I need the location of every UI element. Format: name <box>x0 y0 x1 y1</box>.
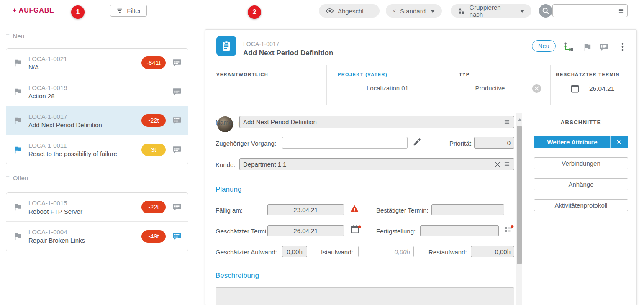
detail-header: LOCA-1-0017 Add Next Period Definition N… <box>205 30 636 65</box>
search-button[interactable] <box>539 4 552 18</box>
description-textarea[interactable] <box>216 287 514 305</box>
section-button-weitere-attribute[interactable]: Weitere Attribute <box>534 136 628 148</box>
due-on-label: Fällig am: <box>216 207 243 214</box>
flag-icon-flagged[interactable] <box>13 145 22 154</box>
estimated-date-label: Geschätzter Termin: <box>216 228 267 235</box>
workflow-icon[interactable] <box>563 41 575 53</box>
flag-icon[interactable] <box>13 202 22 212</box>
task-id: LOCA-1-0004 <box>28 228 85 236</box>
section-button-verbindungen[interactable]: Verbindungen <box>534 157 628 169</box>
section-divider <box>216 197 514 197</box>
section-button-aktivitaetenprotokoll[interactable]: Aktivitätenprotokoll <box>534 199 628 211</box>
task-row-loca-1-0019[interactable]: LOCA-1-0019 Action 28 <box>6 77 188 106</box>
scrollbar-thumb[interactable] <box>517 126 522 264</box>
search-input[interactable] <box>552 4 628 17</box>
kebab-menu-icon[interactable] <box>618 41 628 52</box>
menu-icon[interactable] <box>503 161 511 168</box>
name-label: Name: <box>216 119 234 126</box>
section-button-anhaenge[interactable]: Anhänge <box>534 178 628 190</box>
add-task-button[interactable]: + AUFGABE <box>13 7 54 14</box>
clear-icon[interactable] <box>494 161 501 168</box>
completed-toggle[interactable]: Abgeschl. <box>319 4 380 18</box>
group-label: Neu <box>13 33 25 40</box>
task-id: LOCA-1-0017 <box>28 113 102 120</box>
detail-task-id: LOCA-1-0017 <box>243 41 279 47</box>
calendar-alert-icon[interactable] <box>350 224 362 234</box>
completion-input[interactable] <box>420 225 499 236</box>
priority-input[interactable] <box>474 137 514 149</box>
related-process-input[interactable] <box>282 137 408 149</box>
estimated-date-input[interactable] <box>267 225 344 236</box>
type-value[interactable]: Productive <box>448 85 532 92</box>
calendar-icon[interactable] <box>570 84 580 94</box>
project-label: PROJEKT (VATER) <box>338 72 387 77</box>
sort-dropdown[interactable]: Standard <box>386 4 442 18</box>
task-detail-panel: LOCA-1-0017 Add Next Period Definition N… <box>205 29 637 305</box>
pencil-icon[interactable] <box>413 137 422 146</box>
comment-icon[interactable] <box>172 145 182 154</box>
group-by-icon <box>457 7 466 15</box>
clear-type-icon[interactable] <box>532 84 541 93</box>
estimated-date-label: GESCHÄTZTER TERMIN <box>556 72 620 77</box>
group-header-offen: − Offen <box>6 174 178 182</box>
filter-icon <box>116 7 123 15</box>
comment-icon[interactable] <box>172 87 182 96</box>
comment-icon[interactable] <box>599 42 609 52</box>
close-icon[interactable] <box>610 136 628 148</box>
attr-cell-responsible: VERANTWORTLICH <box>205 65 327 105</box>
menu-icon[interactable] <box>618 7 625 14</box>
task-row-loca-1-0017-selected[interactable]: LOCA-1-0017 Add Next Period Definition -… <box>6 106 188 135</box>
task-row-loca-1-0004[interactable]: LOCA-1-0004 Repair Broken Links -49t <box>6 222 188 251</box>
menu-icon[interactable] <box>503 118 511 126</box>
close-x-icon <box>616 139 622 145</box>
remaining-effort-input[interactable] <box>471 246 514 257</box>
flag-icon[interactable] <box>13 232 22 241</box>
completed-toggle-label: Abgeschl. <box>338 8 365 15</box>
flag-icon[interactable] <box>13 58 22 67</box>
comment-icon-active[interactable] <box>172 232 182 241</box>
due-soon-badge: 3t <box>141 144 166 156</box>
detail-task-title: Add Next Period Definition <box>243 49 333 57</box>
flag-icon[interactable] <box>582 42 592 52</box>
estimated-effort-input[interactable] <box>282 246 307 257</box>
comment-icon[interactable] <box>172 58 182 67</box>
task-group-offen: LOCA-1-0015 Reboot FTP Server -22t LOCA-… <box>6 192 188 251</box>
overdue-badge: -22t <box>141 201 166 213</box>
filter-label: Filter <box>127 7 141 14</box>
estimated-date-value[interactable]: 26.04.21 <box>589 85 614 92</box>
name-field[interactable]: Add Next Period Definition <box>239 116 514 128</box>
overdue-badge: -49t <box>141 230 166 243</box>
due-on-input[interactable] <box>267 204 344 215</box>
search-icon <box>541 6 550 15</box>
comment-icon[interactable] <box>172 202 182 212</box>
task-id: LOCA-1-0019 <box>28 84 67 91</box>
filter-button[interactable]: Filter <box>110 5 147 17</box>
task-row-loca-1-0021[interactable]: LOCA-1-0021 N/A -841t <box>6 49 188 77</box>
customer-field[interactable]: Department 1.1 <box>239 158 514 170</box>
task-id: LOCA-1-0015 <box>28 200 82 207</box>
group-by-dropdown[interactable]: Gruppieren nach <box>451 4 531 18</box>
task-title: Action 28 <box>28 92 67 100</box>
flag-icon[interactable] <box>13 116 22 125</box>
attr-cell-estimated-date: GESCHÄTZTER TERMIN 26.04.21 <box>551 65 637 105</box>
confirmed-date-input[interactable] <box>431 204 504 215</box>
task-title: N/A <box>28 64 67 71</box>
task-row-loca-1-0011[interactable]: LOCA-1-0011 React to the possibility of … <box>6 135 188 164</box>
estimated-effort-label: Geschätzter Aufwand: <box>216 249 277 256</box>
task-row-loca-1-0015[interactable]: LOCA-1-0015 Reboot FTP Server -22t <box>6 193 188 222</box>
comment-icon[interactable] <box>172 116 182 125</box>
actual-effort-input[interactable] <box>358 246 414 257</box>
type-label: TYP <box>459 72 470 77</box>
scrollbar-up-arrow[interactable] <box>518 118 522 121</box>
step-1-marker: 1 <box>71 5 85 19</box>
responsible-label: VERANTWORTLICH <box>216 72 268 77</box>
flag-icon[interactable] <box>13 87 22 96</box>
task-id: LOCA-1-0011 <box>28 142 117 149</box>
task-title: Add Next Period Definition <box>28 121 102 128</box>
progress-alert-icon[interactable] <box>504 224 514 234</box>
collapse-group-icon[interactable]: − <box>6 33 10 37</box>
status-badge[interactable]: Neu <box>532 40 556 52</box>
project-value[interactable]: Localization 01 <box>327 85 448 92</box>
collapse-group-icon[interactable]: − <box>6 174 10 179</box>
description-heading: Beschreibung <box>216 272 259 280</box>
